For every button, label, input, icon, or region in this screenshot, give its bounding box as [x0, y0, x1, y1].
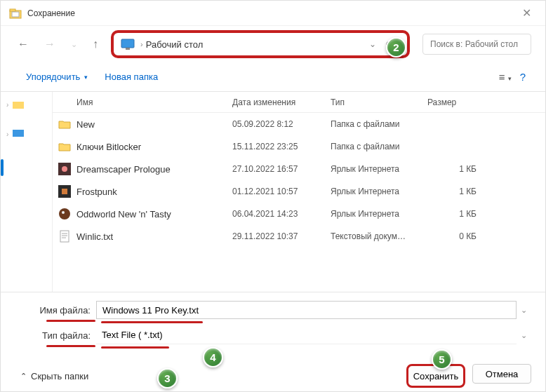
- file-row[interactable]: Frostpunk01.12.2021 10:57Ярлык Интернета…: [53, 180, 545, 203]
- file-row[interactable]: Winlic.txt29.11.2022 10:37Текстовый доку…: [53, 225, 545, 248]
- forward-button[interactable]: →: [41, 35, 58, 53]
- file-icon: [53, 119, 76, 129]
- chevron-down-icon: ▾: [84, 74, 88, 81]
- close-icon[interactable]: ✕: [517, 4, 537, 22]
- file-name: Dreamscaper Prologue: [76, 164, 232, 175]
- file-type: Текстовый докум…: [331, 231, 427, 241]
- file-row[interactable]: New05.09.2022 8:12Папка с файлами: [53, 113, 545, 135]
- svg-point-12: [62, 211, 65, 214]
- pc-icon: [11, 128, 25, 140]
- file-icon: [53, 163, 76, 175]
- breadcrumb-separator-icon: ›: [140, 40, 143, 48]
- file-size: 1 КБ: [427, 209, 491, 219]
- search-input[interactable]: [422, 34, 531, 55]
- address-bar[interactable]: › Рабочий стол ⌄ ⟳: [111, 30, 410, 58]
- footer-bar: ⌃ Скрыть папки Сохранить Отмена: [1, 358, 545, 392]
- file-date: 05.09.2022 8:12: [232, 119, 331, 129]
- content-area: › › Имя Дата изменения Тип Размер New05.…: [1, 92, 545, 292]
- file-date: 29.11.2022 10:37: [232, 231, 331, 241]
- annotation-badge-2: 2: [386, 37, 406, 58]
- title-bar: Сохранение ✕: [1, 1, 545, 26]
- view-options-button[interactable]: ≡ ▾: [499, 71, 512, 83]
- file-row[interactable]: Oddworld New 'n' Tasty06.04.2021 14:23Яр…: [53, 203, 545, 225]
- back-button[interactable]: ←: [15, 35, 32, 53]
- window-title: Сохранение: [27, 8, 75, 18]
- filename-label: Имя файла:: [36, 305, 96, 316]
- file-name: Frostpunk: [76, 187, 232, 197]
- header-name[interactable]: Имя: [53, 97, 232, 107]
- chevron-down-icon[interactable]: ⌄: [517, 331, 531, 340]
- command-bar: Упорядочить▾ Новая папка ≡ ▾ ?: [1, 62, 545, 92]
- annotation-underline: [101, 346, 169, 349]
- header-date[interactable]: Дата изменения: [232, 97, 331, 107]
- annotation-badge-4: 4: [203, 347, 223, 367]
- file-name: New: [76, 119, 232, 130]
- chevron-down-icon[interactable]: ⌄: [517, 306, 531, 315]
- file-type: Ярлык Интернета: [331, 209, 427, 219]
- header-type[interactable]: Тип: [331, 97, 427, 107]
- svg-rect-3: [121, 39, 134, 48]
- cancel-button[interactable]: Отмена: [472, 364, 531, 384]
- recent-chevron-icon[interactable]: ⌄: [68, 37, 80, 52]
- file-name: Winlic.txt: [76, 231, 232, 242]
- app-icon: [9, 7, 22, 20]
- svg-rect-13: [60, 231, 69, 242]
- filename-input[interactable]: [96, 301, 517, 319]
- hide-folders-button[interactable]: ⌃ Скрыть папки: [20, 371, 88, 381]
- filetype-label: Тип файла:: [36, 330, 96, 341]
- tree-item[interactable]: ›: [1, 127, 52, 141]
- svg-rect-5: [13, 102, 24, 109]
- desktop-icon: [121, 39, 135, 50]
- svg-rect-10: [62, 189, 67, 194]
- svg-rect-1: [10, 9, 15, 11]
- svg-point-11: [59, 208, 70, 219]
- file-list: Имя Дата изменения Тип Размер New05.09.2…: [53, 92, 545, 292]
- svg-rect-4: [126, 48, 130, 50]
- file-type: Ярлык Интернета: [331, 164, 427, 174]
- file-icon: [53, 142, 76, 151]
- file-name: Oddworld New 'n' Tasty: [76, 209, 232, 219]
- file-size: 1 КБ: [427, 164, 491, 174]
- nav-bar: ← → ⌄ ↑ › Рабочий стол ⌄ ⟳: [1, 26, 545, 62]
- file-type: Папка с файлами: [331, 119, 427, 129]
- file-icon: [53, 230, 76, 243]
- file-size: 1 КБ: [427, 187, 491, 196]
- new-folder-button[interactable]: Новая папка: [99, 69, 164, 85]
- nav-pane: › ›: [1, 92, 53, 292]
- file-icon: [53, 208, 76, 220]
- file-name: Ключи Bitlocker: [76, 142, 232, 152]
- selection-indicator: [1, 159, 4, 176]
- file-size: 0 КБ: [427, 231, 491, 241]
- header-size[interactable]: Размер: [427, 97, 491, 107]
- file-type: Папка с файлами: [331, 142, 427, 151]
- breadcrumb-desktop[interactable]: Рабочий стол: [146, 39, 204, 50]
- save-panel: Имя файла: ⌄ Тип файла: Text File ( *.tx…: [1, 292, 545, 358]
- folder-icon: [11, 99, 25, 110]
- organize-button[interactable]: Упорядочить▾: [20, 69, 93, 85]
- file-type: Ярлык Интернета: [331, 187, 427, 196]
- file-date: 06.04.2021 14:23: [232, 209, 331, 219]
- annotation-underline: [101, 321, 203, 323]
- column-headers: Имя Дата изменения Тип Размер: [53, 92, 545, 113]
- annotation-badge-3: 3: [157, 368, 178, 388]
- up-button[interactable]: ↑: [90, 35, 101, 53]
- help-button[interactable]: ?: [520, 71, 526, 83]
- file-icon: [53, 185, 76, 198]
- file-row[interactable]: Ключи Bitlocker15.11.2022 23:25Папка с ф…: [53, 135, 545, 158]
- annotation-underline: [46, 345, 95, 347]
- tree-item[interactable]: ›: [1, 97, 52, 111]
- file-row[interactable]: Dreamscaper Prologue27.10.2022 16:57Ярлы…: [53, 158, 545, 180]
- filetype-combo[interactable]: Text File ( *.txt): [96, 326, 517, 344]
- chevron-down-icon[interactable]: ⌄: [365, 38, 380, 50]
- svg-rect-6: [13, 130, 24, 137]
- chevron-up-icon: ⌃: [20, 372, 27, 381]
- file-date: 27.10.2022 16:57: [232, 164, 331, 174]
- annotation-badge-5: 5: [432, 349, 452, 370]
- svg-rect-2: [12, 12, 19, 17]
- file-date: 01.12.2021 10:57: [232, 187, 331, 196]
- file-date: 15.11.2022 23:25: [232, 142, 331, 151]
- svg-point-8: [62, 166, 67, 172]
- annotation-underline: [46, 320, 95, 322]
